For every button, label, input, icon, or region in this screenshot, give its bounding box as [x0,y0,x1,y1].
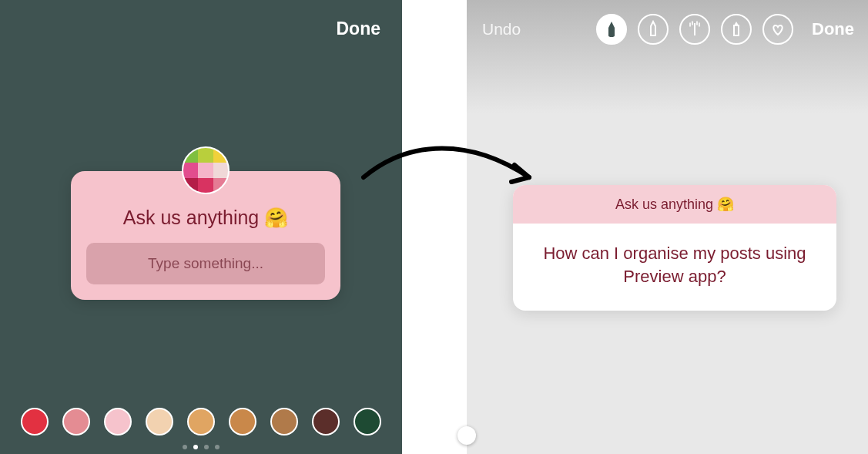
pager-dot[interactable] [204,445,209,449]
right-topbar: Undo Done [467,0,868,45]
chisel-marker-icon[interactable] [721,14,752,45]
done-button[interactable]: Done [337,18,381,39]
color-swatch[interactable] [62,408,90,436]
left-topbar: Done [0,0,402,39]
pager-dot[interactable] [193,445,198,449]
avatar-color-grid [183,148,228,193]
color-swatch[interactable] [21,408,49,436]
swatch-pager [0,445,402,449]
profile-avatar [182,146,230,194]
question-prompt[interactable]: Ask us anything 🤗 [86,207,325,229]
color-swatch[interactable] [354,408,381,436]
color-swatch[interactable] [312,408,340,436]
done-button-right[interactable]: Done [812,19,854,39]
story-editor-right: Undo Done Ask us anything 🤗 How can I or… [467,0,868,454]
color-swatch[interactable] [104,408,132,436]
marker-icon[interactable] [638,14,669,45]
color-swatch[interactable] [229,408,256,436]
heart-stamp-icon[interactable] [762,14,793,45]
brush-pen-icon[interactable] [596,14,627,45]
pager-dot[interactable] [215,445,220,449]
undo-button[interactable]: Undo [482,20,521,39]
color-swatch[interactable] [187,408,215,436]
answer-body-text: How can I organise my posts using Previe… [513,224,836,311]
question-sticker[interactable]: Ask us anything 🤗 Type something... [71,171,340,300]
brush-size-handle[interactable] [457,426,476,445]
color-swatch[interactable] [146,408,173,436]
pager-dot[interactable] [183,445,187,449]
panel-gap [402,0,467,454]
answer-header: Ask us anything 🤗 [513,185,836,224]
story-editor-left: Done Ask us anything 🤗 Type something... [0,0,402,454]
color-swatch-row [0,408,402,436]
question-input[interactable]: Type something... [86,243,325,284]
color-swatch[interactable] [270,408,298,436]
neon-brush-icon[interactable] [679,14,710,45]
svg-rect-0 [734,25,739,35]
answer-sticker[interactable]: Ask us anything 🤗 How can I organise my … [513,185,836,311]
drawing-tools [596,14,793,45]
